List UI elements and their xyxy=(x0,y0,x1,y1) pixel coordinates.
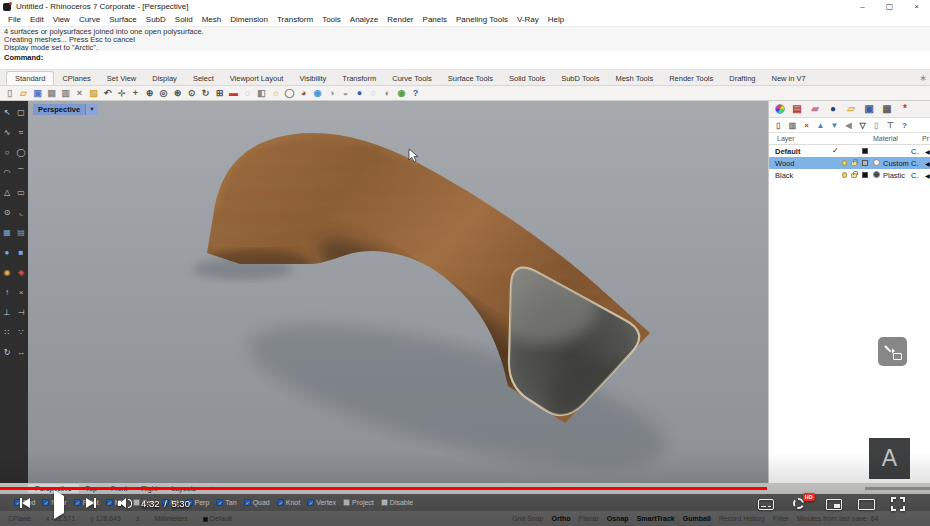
maximize-button[interactable]: ▢ xyxy=(876,0,903,13)
menu-item-transform[interactable]: Transform xyxy=(277,15,313,24)
wireframe-display-icon[interactable]: ◯ xyxy=(283,87,296,99)
layer-linetype[interactable]: C. xyxy=(911,147,919,156)
toolbar-tab-viewport-layout[interactable]: Viewport Layout xyxy=(222,72,292,85)
video-progress-bar[interactable] xyxy=(0,487,930,490)
material-swatch-icon[interactable] xyxy=(873,159,880,166)
previous-video-button[interactable] xyxy=(20,498,30,508)
menu-item-mesh[interactable]: Mesh xyxy=(202,15,222,24)
vray-tab-icon[interactable]: * xyxy=(899,103,911,115)
polygon-tool-icon[interactable]: △ xyxy=(0,183,14,203)
box-tool-icon[interactable]: ■ xyxy=(14,243,28,263)
open-file-icon[interactable]: ▱ xyxy=(17,87,30,99)
layer-tools-icon[interactable]: ⊤ xyxy=(886,121,895,130)
extrude-tool-icon[interactable]: ↑ xyxy=(0,283,14,303)
print-icon[interactable]: ▤ xyxy=(45,87,58,99)
move-icon[interactable]: + xyxy=(129,87,142,99)
pan-icon[interactable]: ⊹ xyxy=(115,87,128,99)
rectangle-tool-icon[interactable]: ▭ xyxy=(14,183,28,203)
lamp-icon[interactable]: ☼ xyxy=(269,87,282,99)
new-layer-icon[interactable]: ▯ xyxy=(774,121,783,130)
toolbar-tab-new-in-v7[interactable]: New in V7 xyxy=(764,72,814,85)
zoom-window-icon[interactable]: ◎ xyxy=(157,87,170,99)
layer-linetype[interactable]: C. xyxy=(911,159,919,168)
toolbar-tab-transform[interactable]: Transform xyxy=(334,72,384,85)
layer-linetype[interactable]: C. xyxy=(911,171,919,180)
layer-row-default[interactable]: Default ✓ C. ◀ xyxy=(769,145,930,157)
toolbar-tab-solid-tools[interactable]: Solid Tools xyxy=(501,72,553,85)
circle-tool-icon[interactable]: ○ xyxy=(0,143,14,163)
viewport-title[interactable]: Perspective xyxy=(33,104,85,115)
menu-item-vray[interactable]: V-Ray xyxy=(517,15,539,24)
toolbar-tab-surface-tools[interactable]: Surface Tools xyxy=(440,72,501,85)
toolbar-tab-render-tools[interactable]: Render Tools xyxy=(661,72,721,85)
xray-display-icon[interactable]: ◒ xyxy=(339,87,352,99)
fillet-edge-tool-icon[interactable]: ◈ xyxy=(14,263,28,283)
properties-tab-icon[interactable] xyxy=(775,104,785,114)
select-tool-icon[interactable]: ↖ xyxy=(0,103,14,123)
curve-tool-icon[interactable]: ≈ xyxy=(14,123,28,143)
menu-item-paneling-tools[interactable]: Paneling Tools xyxy=(456,15,508,24)
smarttrack-toggle[interactable]: SmartTrack xyxy=(637,515,675,522)
point-cloud-tool-icon[interactable]: ∷ xyxy=(0,323,14,343)
web-browser-tab-icon[interactable]: ▣ xyxy=(863,103,875,115)
hide-objects-icon[interactable]: ◌ xyxy=(241,87,254,99)
next-video-button[interactable] xyxy=(86,498,96,508)
menu-item-tools[interactable]: Tools xyxy=(322,15,341,24)
material-swatch-icon[interactable] xyxy=(873,171,880,178)
render-icon[interactable]: ◉ xyxy=(395,87,408,99)
new-sublayer-icon[interactable]: ▥ xyxy=(788,121,797,130)
cut-icon[interactable]: × xyxy=(73,87,86,99)
scale-tool-icon[interactable]: ↔ xyxy=(14,343,28,363)
menu-item-edit[interactable]: Edit xyxy=(30,15,44,24)
toolbar-tab-visibility[interactable]: Visibility xyxy=(291,72,334,85)
layers-tab-icon[interactable]: ▤ xyxy=(791,103,803,115)
menu-item-panels[interactable]: Panels xyxy=(423,15,447,24)
explode-tool-icon[interactable]: × xyxy=(14,283,28,303)
delete-layer-icon[interactable]: × xyxy=(802,121,811,130)
shaded-display-icon[interactable]: ◕ xyxy=(297,87,310,99)
layer-color-swatch[interactable] xyxy=(862,160,868,166)
ghosted-display-icon[interactable]: ◑ xyxy=(325,87,338,99)
paste-icon[interactable]: ▨ xyxy=(87,87,100,99)
toolbar-tab-curve-tools[interactable]: Curve Tools xyxy=(384,72,439,85)
viewport-dropdown-icon[interactable]: ▼ xyxy=(85,104,97,115)
arc-tool-icon[interactable]: ◠ xyxy=(0,163,14,183)
grid-snap-toggle[interactable]: Grid Snap xyxy=(512,515,544,522)
layer-row-black[interactable]: Black Plastic C. ◀ xyxy=(769,169,930,181)
menu-item-curve[interactable]: Curve xyxy=(79,15,100,24)
gumball-toggle[interactable]: Gumball xyxy=(683,515,711,522)
layer-color-swatch[interactable] xyxy=(862,172,868,178)
planar-toggle[interactable]: Planar xyxy=(579,515,599,522)
ortho-toggle[interactable]: Ortho xyxy=(552,515,571,522)
layer-material[interactable]: Custom xyxy=(883,159,909,168)
layer-material[interactable]: Plastic xyxy=(883,171,905,180)
rendering-tab-icon[interactable]: ● xyxy=(827,103,839,115)
menu-item-help[interactable]: Help xyxy=(548,15,564,24)
ellipse-tool-icon[interactable]: ◯ xyxy=(14,143,28,163)
undo-view-change-icon[interactable]: ▬ xyxy=(227,87,240,99)
volume-button[interactable] xyxy=(118,497,133,509)
fillet-curve-tool-icon[interactable]: ◟ xyxy=(14,203,28,223)
toolbar-tab-set-view[interactable]: Set View xyxy=(99,72,144,85)
point-tool-icon[interactable]: ∵ xyxy=(14,323,28,343)
copy-icon[interactable]: ▥ xyxy=(59,87,72,99)
zoom-dynamic-icon[interactable]: ⊕ xyxy=(143,87,156,99)
viewport-layout-icon[interactable]: ⊞ xyxy=(213,87,226,99)
fullscreen-button[interactable] xyxy=(891,497,905,511)
new-file-icon[interactable]: ▯ xyxy=(3,87,16,99)
sphere-tool-icon[interactable]: ● xyxy=(0,243,14,263)
raytraced-display-icon[interactable]: ● xyxy=(353,87,366,99)
boolean-union-tool-icon[interactable]: ◉ xyxy=(0,263,14,283)
menu-item-render[interactable]: Render xyxy=(387,15,413,24)
toolbar-tab-mesh-tools[interactable]: Mesh Tools xyxy=(607,72,661,85)
menu-item-subd[interactable]: SubD xyxy=(146,15,166,24)
display-tab-icon[interactable]: ▰ xyxy=(809,103,821,115)
miniplayer-button[interactable] xyxy=(826,499,842,510)
layer-color-swatch[interactable] xyxy=(862,148,868,154)
undo-icon[interactable]: ↶ xyxy=(101,87,114,99)
menu-item-dimension[interactable]: Dimension xyxy=(230,15,268,24)
toolbar-tab-standard[interactable]: Standard xyxy=(6,71,54,85)
rotate-tool-icon[interactable]: ↻ xyxy=(0,343,14,363)
center-circle-tool-icon[interactable]: ⊙ xyxy=(0,203,14,223)
osnap-toggle[interactable]: Osnap xyxy=(607,515,629,522)
